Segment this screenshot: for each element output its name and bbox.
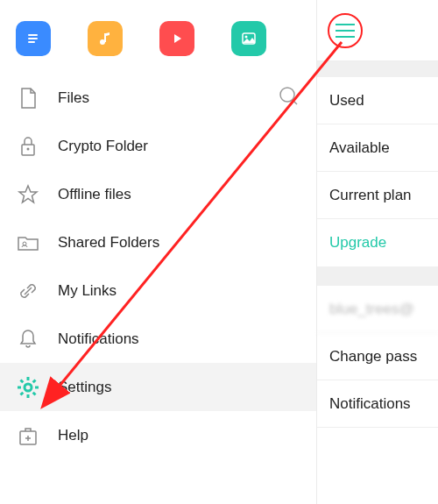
used-row[interactable]: Used bbox=[317, 77, 438, 124]
sidebar: Files Crypto Folder Offline files bbox=[0, 0, 317, 504]
search-icon[interactable] bbox=[278, 85, 300, 111]
documents-tile[interactable] bbox=[16, 21, 51, 56]
bell-icon bbox=[16, 327, 40, 351]
svg-point-14 bbox=[23, 242, 26, 245]
menu-item-help[interactable]: Help bbox=[0, 411, 316, 459]
star-icon bbox=[16, 182, 40, 207]
storage-info-list: Used Available Current plan Upgrade bbox=[317, 77, 438, 266]
svg-line-21 bbox=[21, 380, 24, 382]
category-icon-row bbox=[0, 0, 316, 74]
menu-label: Files bbox=[58, 89, 89, 107]
menu-label: Crypto Folder bbox=[58, 138, 148, 155]
menu-item-settings[interactable]: Settings bbox=[0, 363, 316, 411]
music-icon bbox=[96, 30, 114, 47]
svg-line-15 bbox=[25, 287, 32, 295]
menu-label: Settings bbox=[58, 379, 111, 396]
menu-label: Help bbox=[58, 427, 88, 444]
section-divider bbox=[317, 61, 438, 77]
svg-marker-6 bbox=[174, 34, 181, 43]
menu-item-offline[interactable]: Offline files bbox=[0, 170, 316, 218]
menu-item-shared[interactable]: Shared Folders bbox=[0, 218, 316, 266]
video-icon bbox=[168, 30, 186, 47]
shared-folder-icon bbox=[16, 231, 40, 255]
menu-label: Shared Folders bbox=[58, 234, 159, 252]
video-tile[interactable] bbox=[159, 21, 194, 56]
svg-rect-5 bbox=[104, 33, 106, 42]
help-icon bbox=[16, 423, 40, 448]
hamburger-icon bbox=[336, 24, 355, 25]
change-password-row[interactable]: Change pass bbox=[317, 333, 438, 380]
menu-item-links[interactable]: My Links bbox=[0, 266, 316, 315]
nav-menu: Files Crypto Folder Offline files bbox=[0, 74, 316, 459]
available-row[interactable]: Available bbox=[317, 124, 438, 172]
current-plan-row[interactable]: Current plan bbox=[317, 172, 438, 219]
menu-item-crypto[interactable]: Crypto Folder bbox=[0, 122, 316, 170]
lock-icon bbox=[16, 134, 40, 159]
svg-line-23 bbox=[21, 392, 24, 394]
hamburger-menu-button[interactable] bbox=[328, 13, 363, 48]
link-icon bbox=[16, 279, 40, 303]
menu-label: Notifications bbox=[58, 330, 139, 348]
menu-item-files[interactable]: Files bbox=[0, 74, 316, 122]
gear-icon bbox=[16, 375, 40, 400]
image-icon bbox=[240, 30, 258, 47]
music-tile[interactable] bbox=[88, 21, 123, 56]
upgrade-row[interactable]: Upgrade bbox=[317, 219, 438, 266]
svg-point-9 bbox=[280, 88, 294, 102]
svg-point-8 bbox=[245, 36, 248, 39]
svg-point-12 bbox=[27, 147, 30, 150]
svg-point-16 bbox=[25, 384, 32, 391]
menu-label: My Links bbox=[58, 282, 117, 300]
section-divider bbox=[317, 266, 438, 286]
document-icon bbox=[25, 30, 42, 47]
file-icon bbox=[16, 86, 40, 110]
detail-panel: Used Available Current plan Upgrade blue… bbox=[317, 0, 438, 504]
menu-item-notifications[interactable]: Notifications bbox=[0, 315, 316, 363]
detail-header bbox=[317, 0, 438, 61]
svg-line-24 bbox=[33, 380, 36, 382]
account-email-row[interactable]: blue_trees@ bbox=[317, 286, 438, 333]
menu-label: Offline files bbox=[58, 186, 131, 203]
images-tile[interactable] bbox=[231, 21, 266, 56]
svg-marker-13 bbox=[19, 186, 37, 202]
svg-line-22 bbox=[33, 392, 36, 394]
account-list: blue_trees@ Change pass Notifications bbox=[317, 286, 438, 428]
notifications-setting-row[interactable]: Notifications bbox=[317, 380, 438, 428]
svg-line-10 bbox=[293, 100, 297, 104]
